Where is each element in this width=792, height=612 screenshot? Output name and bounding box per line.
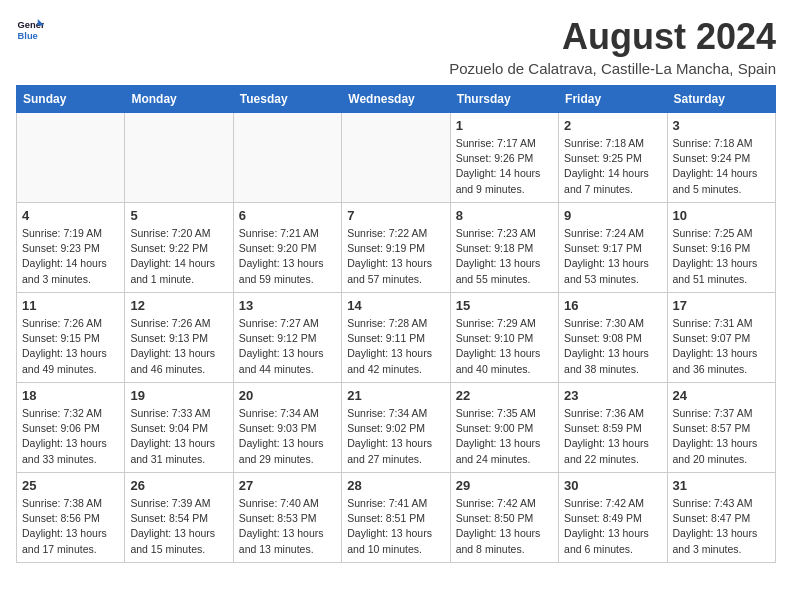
day-detail: Sunrise: 7:30 AM Sunset: 9:08 PM Dayligh…: [564, 316, 661, 377]
week-row-5: 25Sunrise: 7:38 AM Sunset: 8:56 PM Dayli…: [17, 473, 776, 563]
day-detail: Sunrise: 7:35 AM Sunset: 9:00 PM Dayligh…: [456, 406, 553, 467]
day-number: 28: [347, 478, 444, 493]
day-number: 13: [239, 298, 336, 313]
day-detail: Sunrise: 7:19 AM Sunset: 9:23 PM Dayligh…: [22, 226, 119, 287]
day-number: 29: [456, 478, 553, 493]
day-detail: Sunrise: 7:33 AM Sunset: 9:04 PM Dayligh…: [130, 406, 227, 467]
calendar-cell: 13Sunrise: 7:27 AM Sunset: 9:12 PM Dayli…: [233, 293, 341, 383]
calendar-cell: 10Sunrise: 7:25 AM Sunset: 9:16 PM Dayli…: [667, 203, 775, 293]
day-number: 9: [564, 208, 661, 223]
day-number: 16: [564, 298, 661, 313]
day-number: 10: [673, 208, 770, 223]
day-number: 6: [239, 208, 336, 223]
day-number: 1: [456, 118, 553, 133]
calendar-cell: 21Sunrise: 7:34 AM Sunset: 9:02 PM Dayli…: [342, 383, 450, 473]
calendar-cell: 1Sunrise: 7:17 AM Sunset: 9:26 PM Daylig…: [450, 113, 558, 203]
day-number: 14: [347, 298, 444, 313]
day-detail: Sunrise: 7:34 AM Sunset: 9:02 PM Dayligh…: [347, 406, 444, 467]
week-row-4: 18Sunrise: 7:32 AM Sunset: 9:06 PM Dayli…: [17, 383, 776, 473]
day-detail: Sunrise: 7:42 AM Sunset: 8:50 PM Dayligh…: [456, 496, 553, 557]
day-number: 4: [22, 208, 119, 223]
day-detail: Sunrise: 7:26 AM Sunset: 9:15 PM Dayligh…: [22, 316, 119, 377]
week-row-2: 4Sunrise: 7:19 AM Sunset: 9:23 PM Daylig…: [17, 203, 776, 293]
day-detail: Sunrise: 7:40 AM Sunset: 8:53 PM Dayligh…: [239, 496, 336, 557]
day-detail: Sunrise: 7:36 AM Sunset: 8:59 PM Dayligh…: [564, 406, 661, 467]
calendar-table: SundayMondayTuesdayWednesdayThursdayFrid…: [16, 85, 776, 563]
day-detail: Sunrise: 7:34 AM Sunset: 9:03 PM Dayligh…: [239, 406, 336, 467]
day-detail: Sunrise: 7:22 AM Sunset: 9:19 PM Dayligh…: [347, 226, 444, 287]
weekday-header-thursday: Thursday: [450, 86, 558, 113]
day-number: 26: [130, 478, 227, 493]
svg-text:Blue: Blue: [18, 31, 38, 41]
calendar-cell: 28Sunrise: 7:41 AM Sunset: 8:51 PM Dayli…: [342, 473, 450, 563]
logo: General Blue: [16, 16, 44, 44]
calendar-cell: 27Sunrise: 7:40 AM Sunset: 8:53 PM Dayli…: [233, 473, 341, 563]
calendar-cell: [125, 113, 233, 203]
day-detail: Sunrise: 7:23 AM Sunset: 9:18 PM Dayligh…: [456, 226, 553, 287]
logo-icon: General Blue: [16, 16, 44, 44]
calendar-cell: [342, 113, 450, 203]
calendar-cell: 20Sunrise: 7:34 AM Sunset: 9:03 PM Dayli…: [233, 383, 341, 473]
calendar-cell: 17Sunrise: 7:31 AM Sunset: 9:07 PM Dayli…: [667, 293, 775, 383]
calendar-cell: 4Sunrise: 7:19 AM Sunset: 9:23 PM Daylig…: [17, 203, 125, 293]
calendar-cell: 7Sunrise: 7:22 AM Sunset: 9:19 PM Daylig…: [342, 203, 450, 293]
calendar-cell: 6Sunrise: 7:21 AM Sunset: 9:20 PM Daylig…: [233, 203, 341, 293]
day-detail: Sunrise: 7:25 AM Sunset: 9:16 PM Dayligh…: [673, 226, 770, 287]
weekday-header-row: SundayMondayTuesdayWednesdayThursdayFrid…: [17, 86, 776, 113]
weekday-header-friday: Friday: [559, 86, 667, 113]
day-detail: Sunrise: 7:26 AM Sunset: 9:13 PM Dayligh…: [130, 316, 227, 377]
day-number: 19: [130, 388, 227, 403]
calendar-cell: 15Sunrise: 7:29 AM Sunset: 9:10 PM Dayli…: [450, 293, 558, 383]
day-detail: Sunrise: 7:29 AM Sunset: 9:10 PM Dayligh…: [456, 316, 553, 377]
calendar-cell: [17, 113, 125, 203]
title-block: August 2024 Pozuelo de Calatrava, Castil…: [449, 16, 776, 77]
calendar-cell: 3Sunrise: 7:18 AM Sunset: 9:24 PM Daylig…: [667, 113, 775, 203]
calendar-cell: 24Sunrise: 7:37 AM Sunset: 8:57 PM Dayli…: [667, 383, 775, 473]
day-detail: Sunrise: 7:31 AM Sunset: 9:07 PM Dayligh…: [673, 316, 770, 377]
day-detail: Sunrise: 7:39 AM Sunset: 8:54 PM Dayligh…: [130, 496, 227, 557]
day-detail: Sunrise: 7:21 AM Sunset: 9:20 PM Dayligh…: [239, 226, 336, 287]
day-number: 27: [239, 478, 336, 493]
day-detail: Sunrise: 7:43 AM Sunset: 8:47 PM Dayligh…: [673, 496, 770, 557]
calendar-cell: 12Sunrise: 7:26 AM Sunset: 9:13 PM Dayli…: [125, 293, 233, 383]
calendar-cell: 16Sunrise: 7:30 AM Sunset: 9:08 PM Dayli…: [559, 293, 667, 383]
weekday-header-tuesday: Tuesday: [233, 86, 341, 113]
day-detail: Sunrise: 7:28 AM Sunset: 9:11 PM Dayligh…: [347, 316, 444, 377]
day-number: 31: [673, 478, 770, 493]
week-row-3: 11Sunrise: 7:26 AM Sunset: 9:15 PM Dayli…: [17, 293, 776, 383]
day-number: 11: [22, 298, 119, 313]
day-number: 25: [22, 478, 119, 493]
calendar-cell: 8Sunrise: 7:23 AM Sunset: 9:18 PM Daylig…: [450, 203, 558, 293]
day-detail: Sunrise: 7:27 AM Sunset: 9:12 PM Dayligh…: [239, 316, 336, 377]
calendar-cell: 31Sunrise: 7:43 AM Sunset: 8:47 PM Dayli…: [667, 473, 775, 563]
day-detail: Sunrise: 7:24 AM Sunset: 9:17 PM Dayligh…: [564, 226, 661, 287]
day-detail: Sunrise: 7:37 AM Sunset: 8:57 PM Dayligh…: [673, 406, 770, 467]
day-detail: Sunrise: 7:38 AM Sunset: 8:56 PM Dayligh…: [22, 496, 119, 557]
day-number: 3: [673, 118, 770, 133]
day-number: 5: [130, 208, 227, 223]
week-row-1: 1Sunrise: 7:17 AM Sunset: 9:26 PM Daylig…: [17, 113, 776, 203]
calendar-title: August 2024: [449, 16, 776, 58]
calendar-cell: 22Sunrise: 7:35 AM Sunset: 9:00 PM Dayli…: [450, 383, 558, 473]
calendar-cell: [233, 113, 341, 203]
day-number: 2: [564, 118, 661, 133]
calendar-subtitle: Pozuelo de Calatrava, Castille-La Mancha…: [449, 60, 776, 77]
day-number: 18: [22, 388, 119, 403]
calendar-cell: 26Sunrise: 7:39 AM Sunset: 8:54 PM Dayli…: [125, 473, 233, 563]
day-number: 23: [564, 388, 661, 403]
day-number: 15: [456, 298, 553, 313]
weekday-header-sunday: Sunday: [17, 86, 125, 113]
weekday-header-wednesday: Wednesday: [342, 86, 450, 113]
day-number: 7: [347, 208, 444, 223]
day-number: 8: [456, 208, 553, 223]
calendar-cell: 19Sunrise: 7:33 AM Sunset: 9:04 PM Dayli…: [125, 383, 233, 473]
calendar-cell: 29Sunrise: 7:42 AM Sunset: 8:50 PM Dayli…: [450, 473, 558, 563]
calendar-cell: 14Sunrise: 7:28 AM Sunset: 9:11 PM Dayli…: [342, 293, 450, 383]
day-detail: Sunrise: 7:18 AM Sunset: 9:25 PM Dayligh…: [564, 136, 661, 197]
day-detail: Sunrise: 7:20 AM Sunset: 9:22 PM Dayligh…: [130, 226, 227, 287]
day-detail: Sunrise: 7:42 AM Sunset: 8:49 PM Dayligh…: [564, 496, 661, 557]
day-detail: Sunrise: 7:17 AM Sunset: 9:26 PM Dayligh…: [456, 136, 553, 197]
day-number: 24: [673, 388, 770, 403]
calendar-cell: 2Sunrise: 7:18 AM Sunset: 9:25 PM Daylig…: [559, 113, 667, 203]
calendar-cell: 9Sunrise: 7:24 AM Sunset: 9:17 PM Daylig…: [559, 203, 667, 293]
